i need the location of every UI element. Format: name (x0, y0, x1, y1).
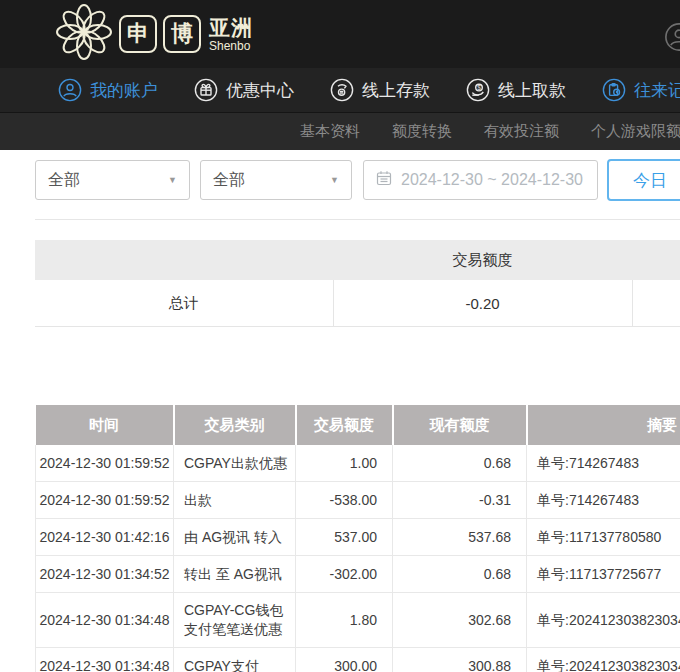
table-cell: 2024-12-30 01:59:52 (36, 445, 174, 482)
table-row: 2024-12-30 01:34:52转出 至 AG视讯-302.000.68单… (36, 556, 680, 593)
summary-header-empty (35, 240, 333, 280)
summary-total-row: 总计 -0.20 (35, 280, 680, 327)
chevron-down-icon: ▼ (168, 175, 177, 185)
subnav-item-valid-bets[interactable]: 有效投注额 (484, 122, 559, 141)
nav-item-label: 往来记录 (634, 79, 680, 102)
table-cell: 单号:117137780580 (527, 519, 680, 556)
page: 申 博 亚洲 Shenbo 我的账户 (0, 0, 680, 672)
summary-header-amount: 交易额度 (333, 240, 632, 280)
summary-total-label: 总计 (35, 280, 333, 327)
table-cell: CGPAY支付 (174, 648, 296, 672)
table-cell: -538.00 (296, 482, 393, 519)
nav-item-deposit[interactable]: 线上存款 (330, 78, 430, 102)
transactions-body: 2024-12-30 01:59:52CGPAY出款优惠1.000.68单号:7… (36, 445, 680, 672)
date-range-input[interactable]: 2024-12-30 ~ 2024-12-30 (363, 160, 598, 200)
subnav-item-basic-info[interactable]: 基本资料 (300, 122, 360, 141)
table-cell: 1.00 (296, 445, 393, 482)
table-cell: 300.00 (296, 648, 393, 672)
nav-item-label: 线上存款 (362, 79, 430, 102)
chevron-down-icon: ▼ (330, 175, 339, 185)
table-cell: 转出 至 AG视讯 (174, 556, 296, 593)
column-header-balance: 现有额度 (393, 405, 527, 445)
table-cell: 由 AG视讯 转入 (174, 519, 296, 556)
table-cell: 2024-12-30 01:59:52 (36, 482, 174, 519)
table-row: 2024-12-30 01:59:52CGPAY出款优惠1.000.68单号:7… (36, 445, 680, 482)
column-header-amount: 交易额度 (296, 405, 393, 445)
subnav-item-credit-transfer[interactable]: 额度转换 (392, 122, 452, 141)
table-cell: 单号:714267483 (527, 445, 680, 482)
table-cell: 0.68 (393, 445, 527, 482)
nav-item-promotions[interactable]: 优惠中心 (194, 78, 294, 102)
logo-char-shen: 申 (119, 15, 157, 53)
table-cell: 537.68 (393, 519, 527, 556)
table-cell: -302.00 (296, 556, 393, 593)
nav-item-my-account[interactable]: 我的账户 (58, 78, 158, 102)
column-header-time: 时间 (36, 405, 174, 445)
table-cell: CGPAY-CG钱包支付笔笔送优惠 (174, 593, 296, 648)
table-cell: 300.88 (393, 648, 527, 672)
table-cell: 537.00 (296, 519, 393, 556)
table-cell: 2024-12-30 01:42:16 (36, 519, 174, 556)
deposit-icon (330, 78, 354, 102)
divider (35, 219, 680, 220)
table-cell: 单号:202412303823034 (527, 648, 680, 672)
brand-logo[interactable]: 申 博 亚洲 Shenbo (55, 4, 253, 64)
summary-table: 交易额度 总计 -0.20 (35, 240, 680, 327)
records-icon (602, 78, 626, 102)
gift-icon (194, 78, 218, 102)
table-cell: CGPAY出款优惠 (174, 445, 296, 482)
transactions-header-row: 时间 交易类别 交易额度 现有额度 摘要 (36, 405, 680, 445)
table-cell: 2024-12-30 01:34:48 (36, 648, 174, 672)
type-select[interactable]: 全部 ▼ (200, 160, 352, 200)
table-row: 2024-12-30 01:34:48CGPAY支付300.00300.88单号… (36, 648, 680, 672)
date-range-value: 2024-12-30 ~ 2024-12-30 (401, 171, 583, 189)
summary-header-row: 交易额度 (35, 240, 680, 280)
logo-region-text: 亚洲 (209, 17, 253, 38)
type-select-value: 全部 (213, 170, 245, 191)
user-icon (58, 78, 82, 102)
table-cell: 单号:202412303823034 (527, 593, 680, 648)
nav-item-label: 我的账户 (90, 79, 158, 102)
top-bar: 申 博 亚洲 Shenbo (0, 0, 680, 68)
nav-item-label: 线上取款 (498, 79, 566, 102)
table-row: 2024-12-30 01:42:16由 AG视讯 转入537.00537.68… (36, 519, 680, 556)
table-cell: 单号:117137725677 (527, 556, 680, 593)
category-select-value: 全部 (48, 170, 80, 191)
summary-header-empty (632, 240, 680, 280)
table-row: 2024-12-30 01:34:48CGPAY-CG钱包支付笔笔送优惠1.80… (36, 593, 680, 648)
subnav-item-game-limits[interactable]: 个人游戏限额 (591, 122, 680, 141)
account-icon[interactable] (664, 22, 680, 56)
svg-text:$: $ (477, 84, 481, 91)
withdraw-icon: $ (466, 78, 490, 102)
summary-total-value: -0.20 (333, 280, 632, 327)
summary-cell-empty (632, 280, 680, 327)
table-cell: 2024-12-30 01:34:48 (36, 593, 174, 648)
nav-item-withdraw[interactable]: $ 线上取款 (466, 78, 566, 102)
column-header-memo: 摘要 (527, 405, 680, 445)
table-cell: 0.68 (393, 556, 527, 593)
category-select[interactable]: 全部 ▼ (35, 160, 190, 200)
table-cell: -0.31 (393, 482, 527, 519)
nav-item-records[interactable]: 往来记录 (602, 78, 680, 102)
table-cell: 1.80 (296, 593, 393, 648)
table-cell: 302.68 (393, 593, 527, 648)
table-cell: 出款 (174, 482, 296, 519)
table-row: 2024-12-30 01:59:52出款-538.00-0.31单号:7142… (36, 482, 680, 519)
filter-bar: 全部 ▼ 全部 ▼ 2024-12-30 ~ 2024-12-30 今日 (0, 150, 680, 220)
main-nav: 我的账户 优惠中心 (0, 68, 680, 112)
logo-char-bo: 博 (163, 15, 201, 53)
flower-logo-icon (55, 4, 113, 64)
today-button[interactable]: 今日 (607, 159, 680, 201)
sub-nav: 基本资料 额度转换 有效投注额 个人游戏限额 (0, 112, 680, 150)
table-cell: 单号:714267483 (527, 482, 680, 519)
table-cell: 2024-12-30 01:34:52 (36, 556, 174, 593)
logo-latin-text: Shenbo (209, 40, 253, 52)
column-header-type: 交易类别 (174, 405, 296, 445)
transactions-table: 时间 交易类别 交易额度 现有额度 摘要 2024-12-30 01:59:52… (35, 405, 680, 672)
calendar-icon (376, 170, 392, 190)
nav-item-label: 优惠中心 (226, 79, 294, 102)
